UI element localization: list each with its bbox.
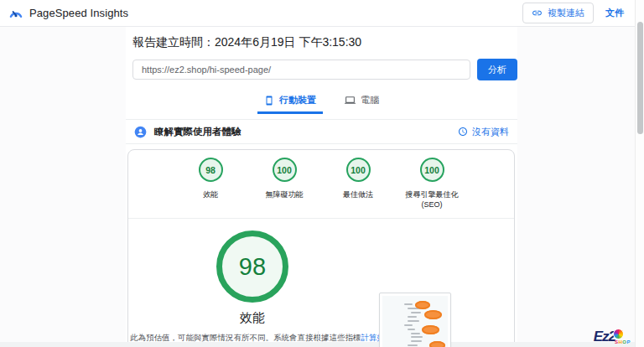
copy-link-button[interactable]: 複製連結 (522, 3, 594, 23)
thumbnail-text-line (408, 344, 418, 346)
ez2-shop-text: SHOP (615, 339, 631, 344)
score-performance-value: 98 (199, 158, 223, 182)
url-bar: 分析 (132, 59, 517, 80)
score-performance-label: 效能 (181, 189, 240, 199)
ez2-shop-watermark: Ez2 SHOP (594, 329, 631, 345)
score-accessibility-value: 100 (273, 158, 297, 182)
no-data-status[interactable]: 沒有資料 (458, 126, 509, 138)
copy-link-label: 複製連結 (548, 7, 584, 19)
analyze-button[interactable]: 分析 (477, 59, 517, 80)
category-scores-row: 98 效能 100 無障礙功能 100 最佳做法 100 搜尋引擎最佳化 (SE… (128, 150, 514, 210)
report-created-time: 報告建立時間：2024年6月19日 下午3:15:30 (132, 35, 517, 50)
speedometer-logo-icon (8, 6, 23, 21)
performance-gauge: 98 (216, 230, 288, 303)
field-data-title: 瞭解實際使用者體驗 (154, 126, 242, 138)
score-accessibility[interactable]: 100 無障礙功能 (255, 158, 314, 210)
link-icon (532, 8, 543, 18)
performance-report-card: 98 效能 100 無障礙功能 100 最佳做法 100 搜尋引擎最佳化 (SE… (127, 149, 515, 347)
page-screenshot-content (382, 296, 448, 347)
thumbnail-text-line (408, 316, 417, 318)
page-screenshot-thumbnail[interactable] (379, 293, 451, 347)
thumbnail-highlight-blob (424, 310, 442, 319)
thumbnail-highlight-blob (422, 325, 439, 334)
clock-icon (458, 127, 468, 137)
smartphone-icon (264, 96, 274, 106)
score-seo[interactable]: 100 搜尋引擎最佳化 (SEO) (402, 158, 461, 210)
tab-mobile-label: 行動裝置 (279, 94, 316, 106)
url-input[interactable] (132, 60, 470, 80)
field-data-section-header[interactable]: 瞭解實際使用者體驗 沒有資料 (126, 120, 517, 143)
performance-gauge-label: 效能 (128, 310, 377, 326)
thumbnail-text-line (404, 324, 413, 326)
thumbnail-text-line (404, 303, 413, 305)
users-icon (134, 126, 147, 138)
app-logo[interactable]: PageSpeed Insights (8, 6, 128, 21)
ez2-brand-text: Ez2 (594, 329, 615, 345)
thumbnail-highlight-blob (429, 341, 445, 347)
thumbnail-text-line (411, 333, 420, 334)
app-title: PageSpeed Insights (29, 7, 128, 19)
thumbnail-highlight-blob (415, 301, 430, 309)
thumbnail-text-line (411, 340, 422, 342)
thumbnail-text-line (411, 312, 421, 313)
score-accessibility-label: 無障礙功能 (255, 189, 314, 199)
thumbnail-text-line (411, 336, 423, 338)
app-header: PageSpeed Insights 複製連結 文件 (0, 0, 644, 27)
footer-band (0, 342, 635, 347)
no-data-label: 沒有資料 (472, 126, 509, 138)
docs-link[interactable]: 文件 (605, 7, 624, 19)
score-performance[interactable]: 98 效能 (181, 158, 240, 210)
performance-gauge-block: 98 效能 此為預估值，可能與實際情況有所不同。系統會直接根據這些指標計算效能分… (128, 219, 377, 347)
scrollbar-thumb[interactable] (637, 22, 643, 134)
score-best-practices[interactable]: 100 最佳做法 (329, 158, 387, 210)
vertical-scrollbar[interactable] (635, 0, 644, 347)
tab-desktop-label: 電腦 (361, 94, 379, 106)
laptop-icon (345, 95, 356, 106)
tab-mobile[interactable]: 行動裝置 (257, 91, 323, 114)
thumbnail-text-line (408, 329, 415, 330)
score-best-practices-value: 100 (346, 158, 371, 182)
main-content: 報告建立時間：2024年6月19日 下午3:15:30 分析 行動裝置 電腦 (126, 27, 517, 347)
pagespeed-insights-page: PageSpeed Insights 複製連結 文件 報告建立時間：2024年6… (0, 0, 644, 347)
performance-detail: 98 效能 此為預估值，可能與實際情況有所不同。系統會直接根據這些指標計算效能分… (128, 219, 514, 347)
thumbnail-text-line (408, 320, 419, 322)
ez2-rainbow-circle-icon (613, 329, 624, 339)
score-seo-value: 100 (420, 158, 444, 182)
score-best-practices-label: 最佳做法 (329, 189, 387, 199)
device-tabs: 行動裝置 電腦 (126, 91, 517, 114)
tab-desktop[interactable]: 電腦 (338, 91, 386, 114)
score-seo-label: 搜尋引擎最佳化 (SEO) (402, 189, 461, 210)
